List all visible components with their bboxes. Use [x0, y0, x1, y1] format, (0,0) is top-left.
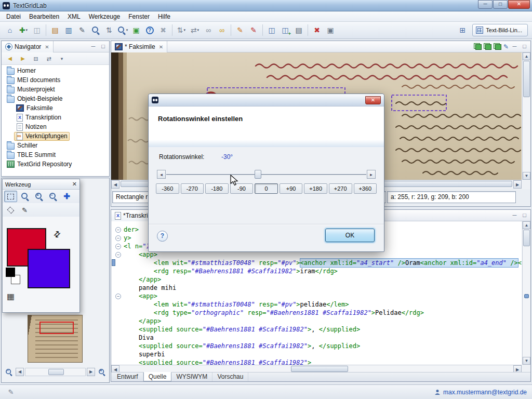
editor-gutter[interactable]: − [111, 234, 124, 242]
dropdown-arrow-icon[interactable]: ▾ [184, 28, 186, 32]
link-icon[interactable]: ∞ [202, 24, 215, 36]
tab-transcription[interactable]: *Transkri [111, 210, 152, 221]
thumb-scroll-right[interactable]: ▶ [87, 368, 95, 376]
user-account-link[interactable]: max.mustermann@textgrid.de [434, 389, 527, 396]
scroll-left-arrow[interactable]: ◀ [111, 180, 119, 189]
new-object-icon[interactable]: ✚▾ [17, 24, 30, 36]
maximize-view-icon[interactable]: □ [521, 43, 528, 50]
help-button[interactable]: ? [157, 231, 168, 242]
fold-collapse-icon[interactable]: − [115, 294, 121, 299]
tree-item-textgrid-repository[interactable]: TextGrid Repository [2, 159, 109, 169]
compare-icon[interactable]: ⇄▾ [189, 24, 201, 36]
delete-red-icon[interactable]: ✖ [311, 24, 323, 36]
image-tool-icon[interactable]: ▣ [130, 24, 142, 36]
edit-metadata-icon[interactable]: ✎ [76, 24, 88, 36]
print-icon[interactable]: ▤ [292, 24, 305, 36]
angle-button-+180[interactable]: +180 [304, 183, 327, 194]
zoom-out-icon[interactable]: − [4, 368, 14, 376]
zoom-in-icon[interactable]: + [97, 368, 107, 376]
close-icon[interactable]: ✕ [159, 44, 163, 50]
dialog-close-button[interactable]: ✕ [365, 96, 381, 104]
minimize-button[interactable]: ─ [478, 0, 493, 9]
menu-fenster[interactable]: Fenster [124, 12, 154, 21]
pencil-tool[interactable]: ✎ [18, 204, 31, 216]
window-titlebar[interactable]: TextGridLab ─ □ ✕ [0, 0, 532, 11]
thumb-scroll-left[interactable]: ◀ [16, 368, 24, 376]
scroll-down-arrow[interactable]: ▼ [523, 357, 530, 365]
palette-titlebar[interactable]: Werkzeug ✕ [3, 179, 79, 190]
scroll-thumb[interactable] [291, 366, 348, 372]
scroll-right-arrow[interactable]: ▶ [513, 180, 522, 189]
fast-view-icon[interactable]: ✎ [6, 387, 16, 397]
tree-item-mei-documents[interactable]: MEI documents [2, 75, 109, 85]
editor-gutter[interactable] [111, 334, 124, 342]
slider-left-arrow[interactable]: ◂ [157, 170, 166, 179]
angle-button-+270[interactable]: +270 [329, 183, 352, 194]
bottom-tab-vorschau[interactable]: Vorschau [212, 373, 248, 381]
editor-gutter[interactable]: − [111, 250, 124, 259]
annotation-marker[interactable] [524, 294, 529, 298]
minimize-view-icon[interactable]: ─ [511, 211, 518, 219]
rotation-slider-track[interactable] [166, 174, 366, 175]
menu-xml[interactable]: XML [63, 12, 85, 21]
tree-item-notizen[interactable]: Notizen [2, 122, 109, 131]
angle-button--180[interactable]: -180 [205, 183, 229, 194]
scroll-down-arrow[interactable]: ▼ [523, 172, 530, 180]
zoom-icon[interactable]: ▾ [116, 24, 129, 36]
close-button[interactable]: ✕ [508, 0, 530, 9]
menu-hilfe[interactable]: Hilfe [154, 12, 175, 21]
editor-gutter[interactable]: − [111, 292, 124, 300]
editor-gutter[interactable] [111, 267, 124, 275]
layer-icon-2[interactable] [484, 43, 491, 50]
angle-button-+90[interactable]: +90 [280, 183, 303, 194]
layer-icon-3[interactable] [494, 43, 501, 50]
view-menu-icon[interactable]: ▾ [56, 54, 68, 64]
tree-item-transkription[interactable]: Transkription [2, 113, 109, 122]
editor-gutter[interactable]: − [111, 225, 124, 234]
navigate-icon[interactable]: ⇅ [103, 24, 115, 36]
open-perspective-icon[interactable]: ⊞ [456, 24, 469, 36]
editor-gutter[interactable] [111, 259, 124, 267]
tree-item-schiller[interactable]: Schiller [2, 141, 109, 150]
angle-button--360[interactable]: -360 [156, 183, 179, 194]
help-icon[interactable]: ? [143, 24, 156, 36]
annotate-remove-icon[interactable]: ✎ [247, 24, 260, 36]
page-thumbnail[interactable] [28, 315, 83, 363]
menu-werkzeuge[interactable]: Werkzeuge [85, 12, 124, 21]
editor-gutter[interactable] [111, 309, 124, 317]
bottom-tab-wysiwym[interactable]: WYSIWYM [171, 373, 212, 381]
open-object-icon[interactable]: ▥ [62, 24, 75, 36]
faksimile-vertical-scrollbar[interactable]: ▲ ▼ [522, 52, 530, 180]
save-all-icon[interactable]: ◫+ [279, 24, 291, 36]
zoom-out-tool[interactable]: − [46, 191, 59, 202]
copy-icon[interactable]: ▣ [324, 24, 337, 36]
slider-right-arrow[interactable]: ▸ [367, 170, 376, 179]
maximize-view-icon[interactable]: □ [99, 43, 107, 50]
maximize-button[interactable]: □ [493, 0, 508, 9]
scroll-up-arrow[interactable]: ▲ [523, 52, 530, 60]
tree-item-musterprojekt[interactable]: Musterprojekt [2, 85, 109, 94]
tab-faksimile[interactable]: * Faksimile ✕ [111, 41, 167, 52]
search-icon[interactable] [89, 24, 102, 36]
fold-collapse-icon[interactable]: − [115, 244, 121, 249]
editor-gutter[interactable] [111, 317, 124, 325]
scroll-thumb[interactable] [523, 61, 530, 97]
tab-navigator[interactable]: Navigator ✕ [2, 41, 54, 52]
link-active-icon[interactable]: ∞ [216, 24, 228, 36]
dialog-titlebar[interactable]: ✕ [149, 94, 384, 107]
tools-icon[interactable]: ✎ [503, 43, 509, 50]
editor-gutter[interactable] [111, 325, 124, 334]
zoom-in-tool[interactable]: + [32, 191, 45, 202]
tree-item-faksimile[interactable]: Faksimile [2, 103, 109, 113]
editor-gutter[interactable] [111, 275, 124, 284]
editor-gutter[interactable] [111, 284, 124, 292]
editor-gutter[interactable] [111, 300, 124, 309]
delete-icon[interactable]: ✖ [157, 24, 169, 36]
move-tool[interactable]: ✚ [60, 191, 73, 202]
minimize-view-icon[interactable]: ─ [89, 43, 97, 50]
fold-collapse-icon[interactable]: − [115, 252, 121, 258]
thumb-scroll-thumb[interactable] [48, 369, 64, 375]
fold-collapse-icon[interactable]: − [115, 235, 121, 241]
ok-button[interactable]: OK [325, 229, 375, 242]
bottom-tab-entwurf[interactable]: Entwurf [112, 373, 143, 381]
